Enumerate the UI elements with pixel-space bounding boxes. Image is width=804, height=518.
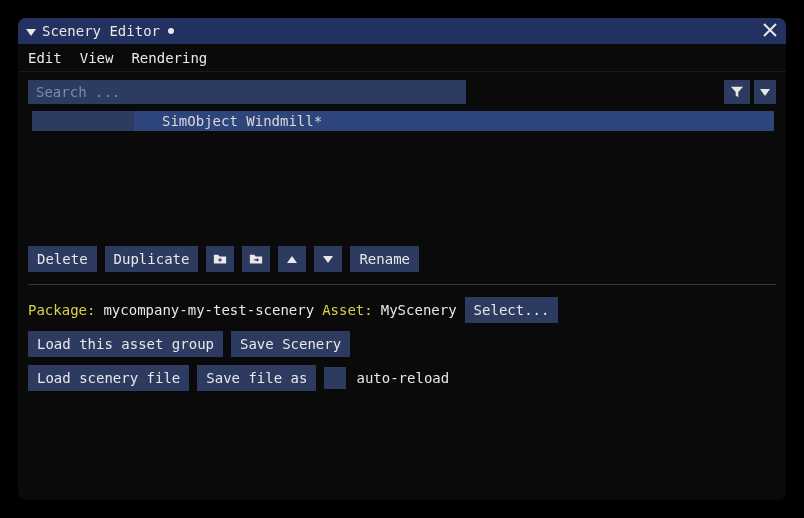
- close-icon[interactable]: [762, 22, 778, 41]
- folder-open-icon: [249, 252, 263, 266]
- menu-view[interactable]: View: [80, 50, 114, 66]
- open-folder-button[interactable]: [242, 246, 270, 272]
- auto-reload-checkbox[interactable]: [324, 367, 346, 389]
- list-item[interactable]: SimObject Windmill*: [28, 110, 776, 132]
- triangle-down-icon: [323, 256, 333, 263]
- action-row-1: Load this asset group Save Scenery: [28, 323, 776, 357]
- folder-plus-icon: [213, 252, 227, 266]
- package-asset-row: Package: mycompany-my-test-scenery Asset…: [28, 285, 776, 323]
- load-scenery-file-button[interactable]: Load scenery file: [28, 365, 189, 391]
- menu-rendering[interactable]: Rendering: [131, 50, 207, 66]
- menubar: Edit View Rendering: [18, 44, 786, 72]
- content-area: SimObject Windmill* Delete Duplicate: [18, 72, 786, 500]
- list-item-selected[interactable]: SimObject Windmill*: [134, 111, 774, 131]
- rename-button[interactable]: Rename: [350, 246, 419, 272]
- package-label: Package:: [28, 302, 95, 318]
- load-asset-group-button[interactable]: Load this asset group: [28, 331, 223, 357]
- search-row: [28, 80, 776, 104]
- search-input[interactable]: [28, 80, 466, 104]
- add-folder-button[interactable]: [206, 246, 234, 272]
- collapse-icon[interactable]: [26, 23, 36, 39]
- select-asset-button[interactable]: Select...: [465, 297, 559, 323]
- menu-edit[interactable]: Edit: [28, 50, 62, 66]
- move-up-button[interactable]: [278, 246, 306, 272]
- list-item-label: SimObject Windmill*: [162, 113, 322, 129]
- scenery-editor-window: Scenery Editor Edit View Rendering: [18, 18, 786, 500]
- titlebar[interactable]: Scenery Editor: [18, 18, 786, 44]
- asset-value: MyScenery: [381, 302, 457, 318]
- filter-dropdown[interactable]: [754, 80, 776, 104]
- window-title: Scenery Editor: [42, 23, 160, 39]
- delete-button[interactable]: Delete: [28, 246, 97, 272]
- save-scenery-button[interactable]: Save Scenery: [231, 331, 350, 357]
- duplicate-button[interactable]: Duplicate: [105, 246, 199, 272]
- auto-reload-label: auto-reload: [356, 370, 449, 386]
- package-value: mycompany-my-test-scenery: [103, 302, 314, 318]
- action-row-2: Load scenery file Save file as auto-relo…: [28, 357, 776, 391]
- chevron-down-icon: [760, 89, 770, 96]
- list-toolbar: Delete Duplicate Rename: [28, 240, 776, 285]
- object-list[interactable]: SimObject Windmill*: [28, 108, 776, 240]
- move-down-button[interactable]: [314, 246, 342, 272]
- filter-button[interactable]: [724, 80, 750, 104]
- dirty-indicator-icon: [168, 28, 174, 34]
- triangle-up-icon: [287, 256, 297, 263]
- save-file-as-button[interactable]: Save file as: [197, 365, 316, 391]
- list-item-gutter: [32, 111, 134, 131]
- funnel-icon: [730, 85, 744, 99]
- asset-label: Asset:: [322, 302, 373, 318]
